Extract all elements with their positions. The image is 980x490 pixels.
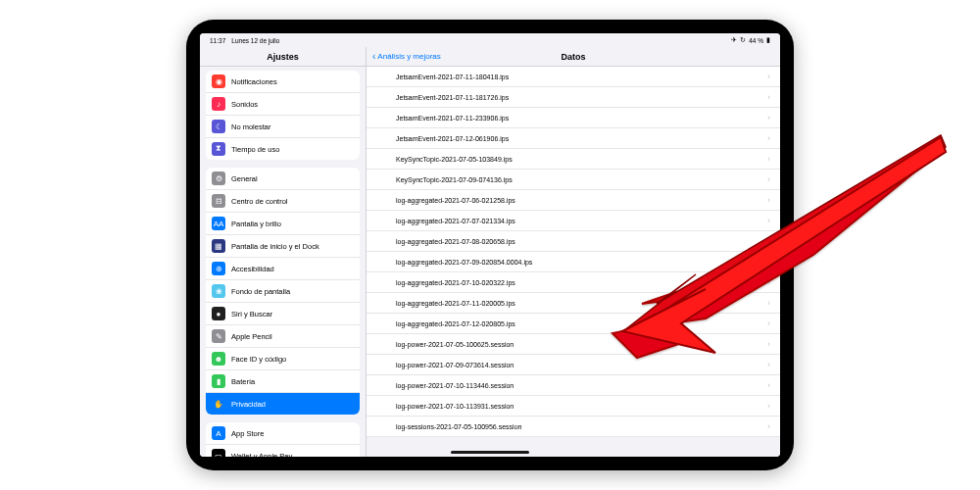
file-row[interactable]: log-power-2021-07-10-113446.session› [367,375,780,396]
sidebar-icon: ☾ [212,120,225,133]
sidebar-icon: ✎ [212,329,225,343]
sidebar-icon: A [212,426,225,440]
chevron-right-icon: › [767,154,770,164]
status-time: 11:37 [210,37,225,44]
file-row[interactable]: log-aggregated-2021-07-12-020805.ips› [367,314,780,334]
sidebar-icon: ♪ [212,97,225,111]
chevron-right-icon: › [767,133,770,143]
sidebar-item-no-molestar[interactable]: ☾No molestar [206,116,360,138]
sidebar-icon: AA [212,217,225,230]
chevron-right-icon: › [767,380,770,390]
chevron-right-icon: › [767,216,770,225]
sidebar-item-face-id-y-c-digo[interactable]: ☻Face ID y código [206,348,360,370]
file-row[interactable]: log-aggregated-2021-07-08-020658.ips› [367,231,780,252]
sidebar-item-sonidos[interactable]: ♪Sonidos [206,93,360,116]
sidebar-icon: ⊟ [212,194,225,208]
chevron-right-icon: › [767,401,770,411]
chevron-right-icon: › [767,72,770,81]
sidebar-item-label: App Store [231,429,264,438]
sidebar-icon: ⊕ [212,262,225,275]
sidebar-item-label: Pantalla y brillo [231,220,281,228]
file-row[interactable]: JetsamEvent-2021-07-11-233906.ips› [367,108,780,128]
file-name: KeySyncTopic-2021-07-05-103849.ips [396,156,513,163]
sidebar-item-label: Notificaciones [231,77,277,86]
file-row[interactable]: log-aggregated-2021-07-06-021258.ips› [367,190,780,211]
sidebar-icon: ❀ [212,284,225,298]
file-row[interactable]: JetsamEvent-2021-07-11-181726.ips› [367,87,780,108]
file-name: log-power-2021-07-10-113446.session [396,382,514,389]
sidebar-item-privacidad[interactable]: ✋Privacidad [206,393,360,415]
file-name: log-power-2021-07-10-113931.session [396,403,514,410]
sidebar-item-bater-a[interactable]: ▮Batería [206,370,360,393]
chevron-right-icon: › [767,339,770,349]
sidebar-item-apple-pencil[interactable]: ✎Apple Pencil [206,325,360,348]
sidebar-group: ⚙General⊟Centro de controlAAPantalla y b… [206,168,360,415]
file-name: log-aggregated-2021-07-10-020322.ips [396,279,515,286]
sidebar-item-label: Pantalla de inicio y el Dock [231,242,319,251]
file-name: log-sessions-2021-07-05-100956.session [396,423,521,430]
file-name: JetsamEvent-2021-07-11-233906.ips [396,115,509,122]
sidebar-item-fondo-de-pantalla[interactable]: ❀Fondo de pantalla [206,280,360,303]
sidebar-item-label: Siri y Buscar [231,310,272,318]
sidebar-icon: ☻ [212,352,225,366]
sidebar-item-pantalla-y-brillo[interactable]: AAPantalla y brillo [206,213,360,235]
content: ◉Notificaciones♪Sonidos☾No molestar⧗Tiem… [200,67,780,457]
file-row[interactable]: log-aggregated-2021-07-11-020005.ips› [367,293,780,314]
main-header: ‹ Análisis y mejoras Datos [367,47,780,66]
sidebar-item-centro-de-control[interactable]: ⊟Centro de control [206,190,360,213]
sidebar-item-label: Tiempo de uso [231,145,279,154]
chevron-right-icon: › [767,318,770,328]
file-row[interactable]: log-aggregated-2021-07-07-021334.ips› [367,211,780,231]
sidebar-item-notificaciones[interactable]: ◉Notificaciones [206,71,360,93]
sidebar-item-accesibilidad[interactable]: ⊕Accesibilidad [206,258,360,280]
file-name: log-power-2021-07-05-100625.session [396,341,514,348]
sidebar-icon: ✋ [212,397,225,411]
sidebar-item-tiempo-de-uso[interactable]: ⧗Tiempo de uso [206,138,360,160]
main-panel[interactable]: JetsamEvent-2021-07-11-180418.ips›Jetsam… [367,67,780,457]
header-row: Ajustes ‹ Análisis y mejoras Datos [200,47,780,67]
file-row[interactable]: KeySyncTopic-2021-07-05-103849.ips› [367,149,780,170]
sidebar-title: Ajustes [267,52,299,62]
file-row[interactable]: JetsamEvent-2021-07-12-061906.ips› [367,128,780,149]
chevron-right-icon: › [767,298,770,308]
wifi-icon: ✈ [731,36,737,44]
sidebar-item-app-store[interactable]: AApp Store [206,422,360,445]
sidebar-icon: ● [212,307,225,320]
sidebar-item-label: Face ID y código [231,355,286,364]
chevron-left-icon: ‹ [372,52,375,62]
sidebar-item-pantalla-de-inicio-y-el-dock[interactable]: ▦Pantalla de inicio y el Dock [206,235,360,258]
ipad-frame: 11:37 Lunes 12 de julio ✈ ↻ 44 % ▮ Ajust… [186,20,794,470]
chevron-right-icon: › [767,92,770,102]
file-list: JetsamEvent-2021-07-11-180418.ips›Jetsam… [367,67,780,437]
file-row[interactable]: JetsamEvent-2021-07-11-180418.ips› [367,67,780,87]
file-row[interactable]: log-power-2021-07-10-113931.session› [367,396,780,416]
file-row[interactable]: KeySyncTopic-2021-07-09-074136.ips› [367,170,780,190]
file-name: log-aggregated-2021-07-06-021258.ips [396,197,515,204]
status-bar: 11:37 Lunes 12 de julio ✈ ↻ 44 % ▮ [200,33,780,47]
sidebar-icon: ▦ [212,239,225,253]
sidebar-item-wallet-y-apple-pay[interactable]: ▭Wallet y Apple Pay [206,445,360,457]
file-name: JetsamEvent-2021-07-11-181726.ips [396,94,509,101]
file-row[interactable]: log-power-2021-07-05-100625.session› [367,334,780,355]
back-button[interactable]: ‹ Análisis y mejoras [372,52,441,62]
sidebar-group: AApp Store▭Wallet y Apple Pay [206,422,360,457]
sidebar-header: Ajustes [200,47,367,66]
sidebar-group: ◉Notificaciones♪Sonidos☾No molestar⧗Tiem… [206,71,360,160]
sidebar-item-label: Apple Pencil [231,332,272,341]
sidebar-icon: ⚙ [212,172,225,185]
sidebar-item-siri-y-buscar[interactable]: ●Siri y Buscar [206,303,360,325]
page-title: Datos [561,52,585,62]
file-row[interactable]: log-aggregated-2021-07-09-020854.0004.ip… [367,252,780,272]
file-row[interactable]: log-sessions-2021-07-05-100956.session› [367,416,780,437]
sidebar-item-general[interactable]: ⚙General [206,168,360,190]
chevron-right-icon: › [767,113,770,122]
file-row[interactable]: log-power-2021-07-09-073614.session› [367,355,780,375]
sidebar-item-label: No molestar [231,122,270,131]
sidebar-item-label: Privacidad [231,400,266,409]
file-row[interactable]: log-aggregated-2021-07-10-020322.ips› [367,272,780,293]
chevron-right-icon: › [767,236,770,246]
sidebar[interactable]: ◉Notificaciones♪Sonidos☾No molestar⧗Tiem… [200,67,367,457]
home-indicator[interactable] [451,451,529,454]
chevron-right-icon: › [767,277,770,287]
sidebar-item-label: Accesibilidad [231,265,274,273]
